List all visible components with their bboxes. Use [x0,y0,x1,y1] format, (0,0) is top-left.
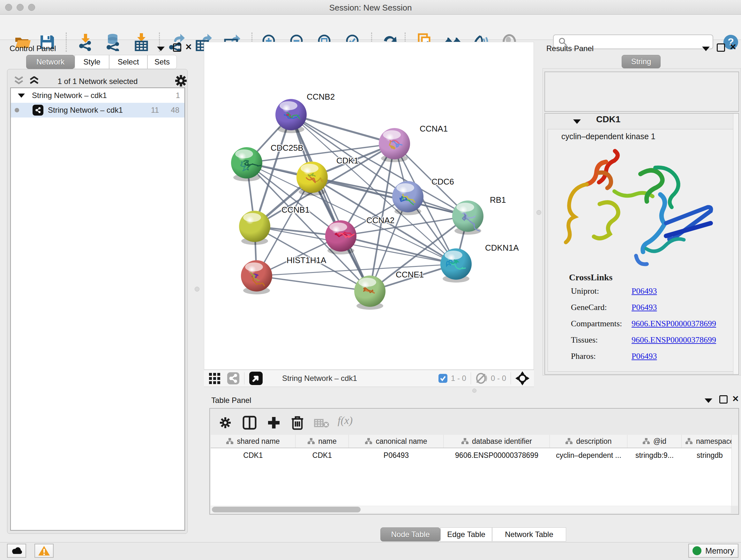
network-node-ccnb1[interactable] [239,211,270,245]
gene-symbol: CDK1 [596,114,620,125]
network-node-rb1[interactable] [452,200,483,235]
results-panel-close-icon[interactable]: ✕ [730,42,737,52]
fx-icon: f(x) [338,415,353,427]
tab-network-table[interactable]: Network Table [492,527,566,542]
network-node-cdc25b[interactable] [231,147,262,181]
tree-expand-icon[interactable] [18,94,25,98]
tab-string[interactable]: String [622,55,661,68]
crosslink-label: Uniprot: [571,287,599,296]
table-header-row: shared namenamecanonical namedatabase id… [211,435,738,448]
memory-button[interactable]: Memory [688,544,738,558]
memory-status-icon [692,546,701,555]
control-panel-float-icon[interactable] [157,47,165,51]
warnings-button[interactable] [35,544,54,558]
tab-node-table[interactable]: Node Table [381,527,441,542]
network-tree-row[interactable]: String Network – cdk1 1 [11,88,185,103]
table-row[interactable]: CDK1CDK1P064939606.ENSP00000378699cyclin… [211,448,738,462]
crosslink-label: Pharos: [571,352,596,361]
table-cell[interactable]: CDK1 [211,448,295,462]
grid-icon[interactable] [208,372,220,384]
node-label-ccne1: CCNE1 [396,270,424,279]
node-count: 11 [151,106,159,115]
network-node-cdk1[interactable] [296,162,328,196]
node-label-cdc25b: CDC25B [271,143,304,152]
node-label-cdk1: CDK1 [336,156,358,165]
tab-network[interactable]: Network [26,55,75,69]
window-title: Session: New Session [0,3,741,13]
network-node-ccna1[interactable] [379,128,410,162]
column-header-namespace[interactable]: namespace [682,435,738,448]
delete-table-icon [314,418,329,428]
table-cell[interactable]: cyclin–dependent ... [550,448,627,462]
left-splitter-handle[interactable] [195,287,199,292]
checkbox-icon[interactable] [438,374,448,383]
node-label-cdkn1a: CDKN1A [485,243,519,253]
column-header-label: shared name [237,437,280,446]
network-node-ccne1[interactable] [354,275,386,310]
table-cell[interactable]: stringdb:9... [627,448,682,462]
column-header-@id[interactable]: @id [627,435,682,448]
tab-select[interactable]: Select [109,55,147,69]
network-node-cdkn1a[interactable] [441,248,472,283]
automation-button[interactable] [7,544,26,558]
table-panel-maximize-icon[interactable] [719,395,728,403]
crosslink-label: Compartments: [571,319,622,328]
results-expand-collapse-box: Expand All Collapse All [544,71,739,112]
network-edge[interactable] [257,276,370,291]
network-node-ccna2[interactable] [325,220,356,254]
results-panel-maximize-icon[interactable] [717,44,725,52]
control-panel-maximize-icon[interactable] [173,44,181,52]
network-node-hist1h1a[interactable] [241,260,272,294]
hidden-count: 0 - 0 [491,374,506,383]
table-hscrollbar-thumb[interactable] [212,507,360,512]
network-tree-row[interactable]: String Network – cdk1 11 48 [11,103,185,118]
crosslink-link[interactable]: P06493 [631,352,657,361]
network-node-ccnb2[interactable] [275,99,307,133]
cloud-icon [11,547,22,555]
column-header-description[interactable]: description [550,435,627,448]
column-header-shared-name[interactable]: shared name [211,435,295,448]
crosshair-icon[interactable] [515,371,529,385]
column-type-icon [461,438,469,445]
column-header-label: database identifier [472,437,532,446]
bottom-splitter-handle[interactable] [472,388,476,393]
control-panel-close-icon[interactable]: ✕ [185,42,192,52]
column-header-database-identifier[interactable]: database identifier [444,435,550,448]
tab-style[interactable]: Style [75,55,109,69]
table-panel-float-icon[interactable] [704,398,712,403]
results-scrollbar[interactable] [733,114,738,374]
network-node-cdc6[interactable] [392,181,423,215]
table-cell[interactable]: 9606.ENSP00000378699 [444,448,550,462]
memory-label: Memory [705,546,734,556]
plus-icon[interactable] [267,416,281,430]
columns-icon[interactable] [243,416,257,430]
table-vscrollbar[interactable] [731,435,738,506]
network-graph[interactable]: CCNB2CCNA1CDC25BCDK1CDC6RB1CCNB1CCNA2CDK… [204,42,534,370]
gear-icon[interactable] [175,74,187,87]
column-header-name[interactable]: name [295,435,349,448]
right-splitter-handle[interactable] [536,210,541,215]
trash-icon[interactable] [291,415,304,430]
network-view[interactable]: CCNB2CCNA1CDC25BCDK1CDC6RB1CCNB1CCNA2CDK… [204,42,534,370]
crosslink-label: Tissues: [571,335,598,345]
birdview-icon[interactable] [249,371,263,385]
table-cell[interactable]: CDK1 [295,448,349,462]
table-panel-header: Table Panel ✕ [207,393,741,409]
crosslink-link[interactable]: P06493 [631,287,657,296]
table-cell[interactable]: P06493 [349,448,444,462]
tab-edge-table[interactable]: Edge Table [441,527,492,542]
share-icon[interactable] [227,372,240,385]
network-view-title: String Network – cdk1 [282,374,357,383]
tab-sets[interactable]: Sets [147,55,177,69]
table-cell[interactable]: stringdb [682,448,738,462]
node-table[interactable]: shared namenamecanonical namedatabase id… [211,435,738,506]
table-panel-close-icon[interactable]: ✕ [732,394,739,404]
gene-collapse-icon[interactable] [573,119,581,124]
column-header-canonical-name[interactable]: canonical name [349,435,444,448]
gear-icon[interactable] [219,416,232,429]
gene-details: cyclin–dependent kinase 1 CrossLinks Uni… [548,129,734,372]
crosslink-link[interactable]: 9606.ENSP00000378699 [631,335,716,345]
crosslink-link[interactable]: P06493 [631,303,657,312]
results-panel-float-icon[interactable] [702,47,710,51]
crosslink-link[interactable]: 9606.ENSP00000378699 [631,319,716,328]
